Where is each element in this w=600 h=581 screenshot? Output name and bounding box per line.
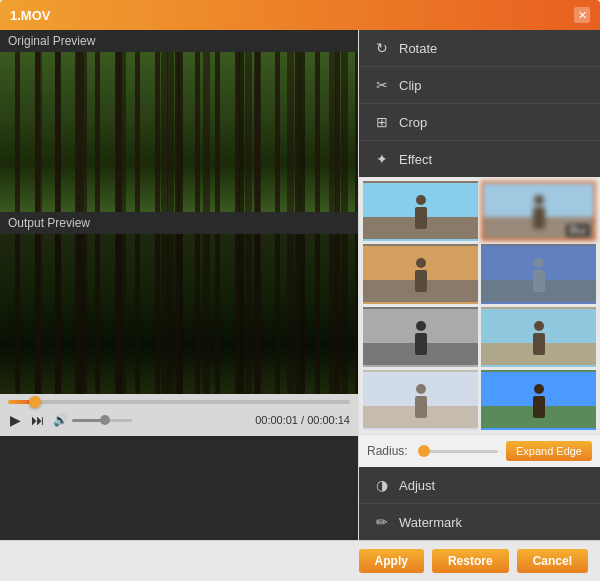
effect-fade[interactable] — [363, 370, 478, 430]
person-figure-5 — [415, 321, 427, 355]
person-figure-1 — [415, 195, 427, 229]
footer: Apply Restore Cancel — [0, 540, 600, 581]
title-bar: 1.MOV ✕ — [0, 0, 600, 30]
seek-bar[interactable] — [8, 400, 350, 404]
controls-area: ▶ ⏭ 🔊 00:00:01 / 00:00:14 — [0, 394, 358, 436]
skip-button[interactable]: ⏭ — [29, 410, 47, 430]
rotate-icon: ↻ — [373, 39, 391, 57]
effect-vivid[interactable] — [481, 370, 596, 430]
clip-label: Clip — [399, 78, 421, 93]
restore-button[interactable]: Restore — [432, 549, 509, 573]
time-current: 00:00:01 — [255, 414, 298, 426]
volume-area: 🔊 — [53, 413, 132, 427]
effect-grid: Blur — [359, 177, 600, 434]
tool-crop[interactable]: ⊞ Crop — [359, 104, 600, 141]
person-figure-3 — [415, 258, 427, 292]
rotate-label: Rotate — [399, 41, 437, 56]
person-figure-7 — [415, 384, 427, 418]
output-preview-label: Output Preview — [0, 212, 358, 234]
effect-normal[interactable] — [363, 181, 478, 241]
tool-menu: ↻ Rotate ✂ Clip ⊞ Crop — [359, 30, 600, 141]
person-figure-4 — [533, 258, 545, 292]
tool-adjust[interactable]: ◑ Adjust — [359, 467, 600, 504]
effect-bw[interactable] — [363, 307, 478, 367]
expand-edge-button[interactable]: Expand Edge — [506, 441, 592, 461]
time-total: 00:00:14 — [307, 414, 350, 426]
output-forest-scene — [0, 234, 358, 394]
effect-section: ✦ Effect — [359, 141, 600, 467]
radius-label: Radius: — [367, 444, 412, 458]
radius-control: Radius: Expand Edge — [359, 434, 600, 467]
output-preview — [0, 234, 358, 394]
adjust-label: Adjust — [399, 478, 435, 493]
effect-cool[interactable] — [481, 244, 596, 304]
close-button[interactable]: ✕ — [574, 7, 590, 23]
watermark-icon: ✏ — [373, 513, 391, 531]
tool-rotate[interactable]: ↻ Rotate — [359, 30, 600, 67]
person-figure-2 — [533, 195, 545, 229]
original-forest-scene — [0, 52, 358, 212]
effect-icon: ✦ — [373, 150, 391, 168]
main-content: Original Preview Output Preview ▶ — [0, 30, 600, 540]
volume-thumb[interactable] — [100, 415, 110, 425]
volume-bar[interactable] — [72, 419, 132, 422]
effect-header[interactable]: ✦ Effect — [359, 141, 600, 177]
crop-icon: ⊞ — [373, 113, 391, 131]
window-title: 1.MOV — [10, 8, 50, 23]
crop-label: Crop — [399, 115, 427, 130]
right-panel: ↻ Rotate ✂ Clip ⊞ Crop ✦ Effect — [358, 30, 600, 540]
bottom-tools: ◑ Adjust ✏ Watermark — [359, 467, 600, 540]
effect-blur[interactable]: Blur — [481, 181, 596, 241]
watermark-label: Watermark — [399, 515, 462, 530]
original-preview-label: Original Preview — [0, 30, 358, 52]
play-button[interactable]: ▶ — [8, 410, 23, 430]
adjust-icon: ◑ — [373, 476, 391, 494]
effect-artistic[interactable] — [481, 307, 596, 367]
cancel-button[interactable]: Cancel — [517, 549, 588, 573]
volume-icon: 🔊 — [53, 413, 68, 427]
clip-icon: ✂ — [373, 76, 391, 94]
radius-slider[interactable] — [420, 450, 498, 453]
person-figure-8 — [533, 384, 545, 418]
effect-warm[interactable] — [363, 244, 478, 304]
time-display: 00:00:01 / 00:00:14 — [255, 414, 350, 426]
original-preview — [0, 52, 358, 212]
time-separator: / — [298, 414, 307, 426]
radius-thumb[interactable] — [418, 445, 430, 457]
main-window: 1.MOV ✕ Original Preview Output Preview — [0, 0, 600, 581]
left-panel: Original Preview Output Preview ▶ — [0, 30, 358, 540]
tool-watermark[interactable]: ✏ Watermark — [359, 504, 600, 540]
seek-bar-container[interactable] — [8, 400, 350, 404]
seek-thumb[interactable] — [29, 396, 41, 408]
apply-button[interactable]: Apply — [359, 549, 424, 573]
playback-controls: ▶ ⏭ 🔊 00:00:01 / 00:00:14 — [8, 410, 350, 430]
tool-clip[interactable]: ✂ Clip — [359, 67, 600, 104]
person-figure-6 — [533, 321, 545, 355]
effect-label: Effect — [399, 152, 432, 167]
blur-label: Blur — [566, 224, 590, 237]
